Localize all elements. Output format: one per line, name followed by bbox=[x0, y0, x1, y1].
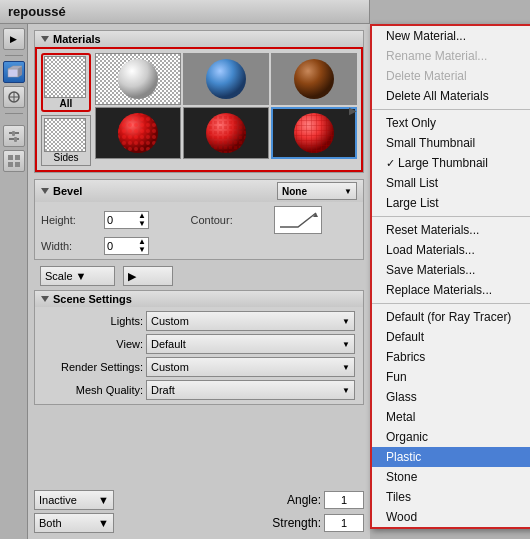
bevel-dropdown-arrow-icon: ▼ bbox=[344, 187, 352, 196]
toolbar-btn-3[interactable] bbox=[3, 86, 25, 108]
mat-item-5[interactable] bbox=[183, 107, 269, 159]
render-dropdown[interactable]: Custom ▼ bbox=[146, 357, 355, 377]
svg-point-15 bbox=[206, 59, 246, 99]
dropdown-menu: New Material... Rename Material... Delet… bbox=[370, 24, 530, 529]
contour-label: Contour: bbox=[191, 214, 271, 226]
mat-item-6[interactable] bbox=[271, 107, 357, 159]
bevel-options[interactable]: None ▼ bbox=[277, 182, 357, 200]
mat-grid bbox=[95, 53, 357, 159]
svg-point-19 bbox=[118, 113, 158, 153]
bottom-row-2: Both ▼ Strength: bbox=[34, 513, 364, 533]
menu-new-material[interactable]: New Material... bbox=[372, 26, 530, 46]
menu-save-materials[interactable]: Save Materials... bbox=[372, 260, 530, 280]
sphere-red-pattern-3-icon bbox=[291, 110, 337, 156]
svg-rect-7 bbox=[12, 131, 15, 136]
menu-plastic[interactable]: Plastic bbox=[372, 447, 530, 467]
menu-stone[interactable]: Stone bbox=[372, 467, 530, 487]
sphere-white-icon bbox=[115, 56, 161, 102]
mat-item-4[interactable] bbox=[95, 107, 181, 159]
svg-rect-13 bbox=[15, 162, 20, 167]
mat-scroll-arrow[interactable]: ▶ bbox=[349, 104, 357, 115]
panel-title: repoussé bbox=[0, 0, 369, 24]
mesh-arrow-icon: ▼ bbox=[342, 386, 350, 395]
lights-dropdown[interactable]: Custom ▼ bbox=[146, 311, 355, 331]
inactive-dropdown[interactable]: Inactive ▼ bbox=[34, 490, 114, 510]
menu-replace-materials[interactable]: Replace Materials... bbox=[372, 280, 530, 300]
menu-large-list[interactable]: Large List bbox=[372, 193, 530, 213]
height-value: 0 bbox=[107, 214, 113, 226]
scale-right-dropdown[interactable]: ▶ bbox=[123, 266, 173, 286]
materials-section: Materials All Sides bbox=[34, 30, 364, 173]
move-icon bbox=[7, 90, 21, 104]
content-area: Materials All Sides bbox=[28, 24, 370, 539]
menu-tiles[interactable]: Tiles bbox=[372, 487, 530, 507]
inactive-value: Inactive bbox=[39, 494, 77, 506]
grid-icon bbox=[7, 154, 21, 168]
toolbar-btn-2[interactable] bbox=[3, 61, 25, 83]
strength-label: Strength: bbox=[272, 516, 321, 530]
menu-large-thumbnail[interactable]: Large Thumbnail bbox=[372, 153, 530, 173]
both-dropdown[interactable]: Both ▼ bbox=[34, 513, 114, 533]
menu-default-ray[interactable]: Default (for Ray Tracer) bbox=[372, 307, 530, 327]
svg-rect-9 bbox=[14, 137, 17, 142]
mat-sides-preview bbox=[44, 118, 86, 152]
bottom-controls: Inactive ▼ Angle: Both ▼ Strength: bbox=[28, 490, 370, 533]
bevel-header: Bevel None ▼ bbox=[35, 180, 363, 202]
scale-dropdown[interactable]: Scale ▼ bbox=[40, 266, 115, 286]
materials-grid-area: All Sides bbox=[35, 47, 363, 172]
bevel-label: Bevel bbox=[53, 185, 82, 197]
view-dropdown[interactable]: Default ▼ bbox=[146, 334, 355, 354]
mat-sides-button[interactable]: Sides bbox=[41, 115, 91, 166]
angle-input[interactable] bbox=[324, 491, 364, 509]
menu-small-list[interactable]: Small List bbox=[372, 173, 530, 193]
view-label: View: bbox=[43, 338, 143, 350]
menu-fabrics[interactable]: Fabrics bbox=[372, 347, 530, 367]
mat-all-button[interactable]: All bbox=[41, 53, 91, 112]
toolbar-btn-5[interactable] bbox=[3, 150, 25, 172]
mat-left-panel: All Sides bbox=[41, 53, 91, 166]
mesh-label: Mesh Quality: bbox=[43, 384, 143, 396]
toolbar-btn-1[interactable]: ▶ bbox=[3, 28, 25, 50]
menu-text-only[interactable]: Text Only bbox=[372, 113, 530, 133]
menu-metal[interactable]: Metal bbox=[372, 407, 530, 427]
large-thumbnail-label: Large Thumbnail bbox=[398, 156, 488, 170]
height-input[interactable]: 0 ▲▼ bbox=[104, 211, 149, 229]
scene-triangle-icon bbox=[41, 296, 49, 302]
scene-section: Scene Settings Lights: Custom ▼ View: De… bbox=[34, 290, 364, 405]
menu-fun[interactable]: Fun bbox=[372, 367, 530, 387]
lights-value: Custom bbox=[151, 315, 189, 327]
mesh-value: Draft bbox=[151, 384, 175, 396]
menu-sep-2 bbox=[372, 216, 530, 217]
sphere-blue-icon bbox=[203, 56, 249, 102]
scene-label: Scene Settings bbox=[53, 293, 132, 305]
menu-organic[interactable]: Organic bbox=[372, 427, 530, 447]
height-label: Height: bbox=[41, 214, 101, 226]
menu-wood[interactable]: Wood bbox=[372, 507, 530, 527]
both-value: Both bbox=[39, 517, 62, 529]
menu-small-thumbnail[interactable]: Small Thumbnail bbox=[372, 133, 530, 153]
width-value: 0 bbox=[107, 240, 113, 252]
lights-arrow-icon: ▼ bbox=[342, 317, 350, 326]
mat-item-3[interactable] bbox=[271, 53, 357, 105]
mesh-dropdown[interactable]: Draft ▼ bbox=[146, 380, 355, 400]
menu-default[interactable]: Default bbox=[372, 327, 530, 347]
toolbar-btn-4[interactable] bbox=[3, 125, 25, 147]
mat-item-1[interactable] bbox=[95, 53, 181, 105]
both-arrow-icon: ▼ bbox=[98, 517, 109, 529]
materials-label: Materials bbox=[53, 33, 101, 45]
sphere-red-pattern-2-icon bbox=[203, 110, 249, 156]
lights-label: Lights: bbox=[43, 315, 143, 327]
width-input[interactable]: 0 ▲▼ bbox=[104, 237, 149, 255]
menu-glass[interactable]: Glass bbox=[372, 387, 530, 407]
menu-load-materials[interactable]: Load Materials... bbox=[372, 240, 530, 260]
menu-delete-all[interactable]: Delete All Materials bbox=[372, 86, 530, 106]
bevel-type-value: None bbox=[282, 186, 307, 197]
bevel-type-dropdown[interactable]: None ▼ bbox=[277, 182, 357, 200]
mat-all-preview bbox=[44, 56, 86, 98]
svg-rect-0 bbox=[8, 69, 18, 77]
contour-box[interactable] bbox=[274, 206, 322, 234]
scale-row: Scale ▼ ▶ bbox=[34, 266, 364, 286]
strength-input[interactable] bbox=[324, 514, 364, 532]
mat-item-2[interactable] bbox=[183, 53, 269, 105]
menu-reset-materials[interactable]: Reset Materials... bbox=[372, 220, 530, 240]
